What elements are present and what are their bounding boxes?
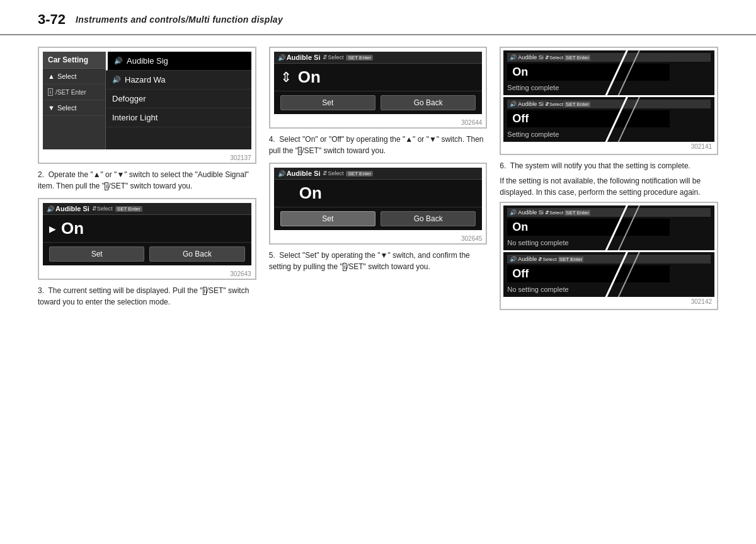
down-arrow-icon: ▼ bbox=[48, 104, 55, 112]
content-area: Car Setting ▲ Select i /SET Enter ▼ Sele… bbox=[0, 35, 756, 321]
car-setting-panel: Car Setting ▲ Select i /SET Enter ▼ Sele… bbox=[38, 47, 256, 164]
setting-off-title: Audible Si bbox=[518, 101, 544, 107]
buttons-3: Set Go Back bbox=[274, 91, 483, 114]
setting-on-topbar: 🔊 Audible Si ⇵Select SET Enter bbox=[507, 53, 711, 62]
no-setting-on-controls: ⇵Select bbox=[545, 210, 563, 216]
value-on-2: On bbox=[61, 219, 84, 238]
no-setting-off-topbar: 🔊 Audible ⇵Select SET Enter bbox=[507, 255, 711, 263]
up-arrow-icon: ▲ bbox=[48, 72, 55, 80]
code-302643: 302643 bbox=[39, 269, 255, 279]
enter-item: i /SET Enter bbox=[43, 84, 105, 100]
code-302142: 302142 bbox=[503, 297, 714, 306]
no-setting-off-title: Audible bbox=[518, 256, 537, 262]
topbar-title-3: Audible Si bbox=[287, 54, 321, 61]
enter-label: /SET Enter bbox=[55, 89, 86, 96]
setting-off-topbar: 🔊 Audible Si ⇵Select SET Enter bbox=[507, 100, 711, 108]
set-btn-4-active[interactable]: Set bbox=[280, 211, 375, 226]
setting-off-screen: 🔊 Audible Si ⇵Select SET Enter Off Setti… bbox=[503, 97, 714, 142]
audible-sig-label: Audible Sig bbox=[127, 56, 168, 66]
no-setting-panel: 🔊 Audible Si ⇵Select SET Enter On No set… bbox=[500, 202, 718, 310]
topbar-title-2: Audible Si bbox=[55, 205, 89, 212]
speaker-tiny-4: 🔊 bbox=[510, 256, 517, 262]
topbar-2: 🔊 Audible Si ⇵Select SET Enter bbox=[43, 203, 251, 215]
audible-sig-item: 🔊 Audible Sig bbox=[106, 52, 251, 71]
set-btn-3[interactable]: Set bbox=[280, 95, 375, 110]
page-header: 3-72 Instruments and controls/Multi func… bbox=[0, 0, 756, 35]
topbar-title-4: Audible Si bbox=[287, 170, 321, 177]
caption-2: 3. The current setting will be displayed… bbox=[38, 285, 256, 308]
audible-screen-4: 🔊 Audible Si ⇵Select SET Enter On Set Go… bbox=[269, 163, 488, 245]
no-setting-screens: 🔊 Audible Si ⇵Select SET Enter On No set… bbox=[503, 205, 714, 297]
caption-4: 5. Select "Set" by operating the "▼" swi… bbox=[269, 250, 488, 272]
code-302137: 302137 bbox=[39, 153, 255, 163]
column-2: 🔊 Audible Si ⇵Select SET Enter ⇕ On Set … bbox=[269, 47, 488, 279]
no-setting-on-set: SET Enter bbox=[564, 210, 590, 216]
off-value-1: Off bbox=[507, 110, 670, 127]
select-up-label: Select bbox=[57, 72, 77, 80]
topbar-set-4: SET Enter bbox=[346, 171, 373, 177]
audible-inner-3: 🔊 Audible Si ⇵Select SET Enter ⇕ On Set … bbox=[274, 52, 483, 114]
no-setting-complete-2: No setting complete bbox=[507, 284, 711, 294]
code-302141: 302141 bbox=[503, 142, 714, 151]
left-menu: Car Setting ▲ Select i /SET Enter ▼ Sele… bbox=[43, 52, 106, 149]
audible-screen-2: 🔊 Audible Si ⇵Select SET Enter ▶ On Set … bbox=[38, 198, 256, 280]
defogger-item: Defogger bbox=[106, 90, 251, 108]
speaker-icon-4: 🔊 bbox=[278, 170, 285, 177]
caption-3: 4. Select "On" or "Off" by operating the… bbox=[269, 134, 488, 156]
defogger-label: Defogger bbox=[112, 94, 146, 103]
topbar-controls-2: ⇵Select bbox=[92, 205, 113, 212]
caption-1: 2. Operate the "▲" or "▼" switch to sele… bbox=[38, 169, 256, 192]
setting-off-controls: ⇵Select bbox=[545, 101, 563, 107]
page-title: Instruments and controls/Multi function … bbox=[76, 14, 283, 25]
no-setting-off-controls: ⇵Select bbox=[538, 257, 556, 262]
select-down-item: ▼ Select bbox=[43, 100, 105, 116]
car-setting-screen: Car Setting ▲ Select i /SET Enter ▼ Sele… bbox=[43, 52, 251, 149]
topbar-3: 🔊 Audible Si ⇵Select SET Enter bbox=[274, 52, 483, 64]
setting-complete-1: Setting complete bbox=[507, 83, 711, 93]
no-on-value: On bbox=[507, 219, 670, 236]
car-setting-label: Car Setting bbox=[43, 52, 105, 69]
speaker-tiny-1: 🔊 bbox=[510, 54, 517, 61]
setting-on-set: SET Enter bbox=[564, 55, 590, 61]
caption-5: 6. The system will notify you that the s… bbox=[500, 160, 718, 171]
setting-off-set: SET Enter bbox=[564, 101, 590, 107]
setting-on-screen: 🔊 Audible Si ⇵Select SET Enter On Settin… bbox=[503, 50, 714, 95]
screen-row-2: ▶ On bbox=[43, 215, 251, 242]
no-setting-on-screen: 🔊 Audible Si ⇵Select SET Enter On No set… bbox=[503, 205, 714, 250]
no-setting-on-title: Audible Si bbox=[518, 209, 544, 216]
code-302644: 302644 bbox=[270, 118, 486, 127]
column-3: 🔊 Audible Si ⇵Select SET Enter On Settin… bbox=[500, 47, 718, 315]
topbar-4: 🔊 Audible Si ⇵Select SET Enter bbox=[274, 168, 483, 180]
no-setting-complete-1: No setting complete bbox=[507, 238, 711, 248]
interior-light-label: Interior Light bbox=[112, 113, 158, 122]
no-off-value: Off bbox=[507, 265, 670, 282]
screen-row-4: On bbox=[274, 180, 483, 207]
play-icon: ▶ bbox=[49, 224, 56, 234]
goback-btn-4[interactable]: Go Back bbox=[381, 211, 476, 226]
audible-screen-3: 🔊 Audible Si ⇵Select SET Enter ⇕ On Set … bbox=[269, 47, 488, 129]
buttons-4: Set Go Back bbox=[274, 207, 483, 230]
goback-btn-3[interactable]: Go Back bbox=[381, 95, 476, 110]
value-on-3: On bbox=[298, 67, 321, 87]
topbar-set-3: SET Enter bbox=[346, 55, 373, 61]
column-1: Car Setting ▲ Select i /SET Enter ▼ Sele… bbox=[38, 47, 256, 314]
hazard-wa-item: 🔊 Hazard Wa bbox=[106, 71, 251, 90]
audible-inner-2: 🔊 Audible Si ⇵Select SET Enter ▶ On Set … bbox=[43, 203, 251, 265]
select-down-label: Select bbox=[57, 104, 77, 112]
speaker-icon-1: 🔊 bbox=[114, 57, 123, 65]
setting-screens-1: 🔊 Audible Si ⇵Select SET Enter On Settin… bbox=[503, 50, 714, 142]
setting-on-controls: ⇵Select bbox=[545, 55, 563, 61]
goback-btn-2[interactable]: Go Back bbox=[149, 246, 244, 262]
right-menu: 🔊 Audible Sig 🔊 Hazard Wa Defogger Inter… bbox=[106, 52, 251, 149]
speaker-small-icon: 🔊 bbox=[47, 205, 54, 212]
info-icon: i bbox=[48, 88, 53, 96]
set-btn-2[interactable]: Set bbox=[49, 246, 144, 262]
audible-inner-4: 🔊 Audible Si ⇵Select SET Enter On Set Go… bbox=[274, 168, 483, 230]
setting-complete-panel-1: 🔊 Audible Si ⇵Select SET Enter On Settin… bbox=[500, 47, 718, 155]
speaker-tiny-2: 🔊 bbox=[510, 101, 517, 107]
setting-complete-2: Setting complete bbox=[507, 129, 711, 139]
updown-icon: ⇕ bbox=[280, 69, 292, 86]
speaker-icon-3: 🔊 bbox=[278, 54, 285, 61]
interior-light-item: Interior Light bbox=[106, 108, 251, 127]
page-number: 3-72 bbox=[38, 11, 66, 28]
